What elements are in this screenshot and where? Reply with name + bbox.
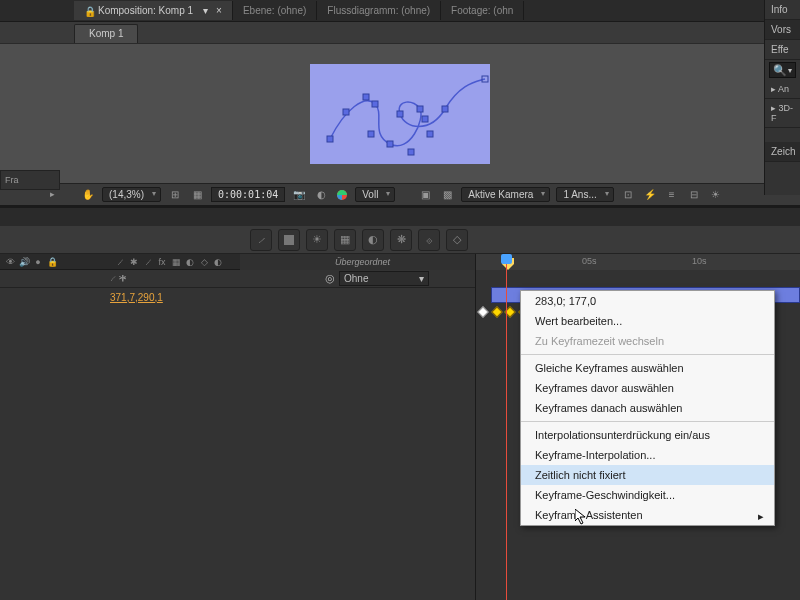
frame-blend-button[interactable]: ▦: [334, 229, 356, 251]
graph-button[interactable]: ⟐: [418, 229, 440, 251]
motion-path: [310, 64, 490, 164]
render-button[interactable]: [278, 229, 300, 251]
tab-flowchart[interactable]: Flussdiagramm: (ohne): [317, 1, 441, 20]
document-tabs: 🔒 Komposition: Komp 1 ▾ × Ebene: (ohne) …: [0, 0, 800, 22]
composition-viewer[interactable]: [0, 44, 800, 184]
audio-icon: 🔊: [18, 257, 30, 267]
menu-select-same[interactable]: Gleiche Keyframes auswählen: [521, 358, 774, 378]
sub-tab-comp[interactable]: Komp 1: [74, 24, 138, 43]
menu-select-before[interactable]: Keyframes davor auswählen: [521, 378, 774, 398]
comp-canvas: [310, 64, 490, 164]
menu-interp-toggle[interactable]: Interpolationsunterdrückung ein/aus: [521, 425, 774, 445]
menu-rove-across-time[interactable]: Zeitlich nicht fixiert: [521, 465, 774, 485]
menu-edit-value[interactable]: Wert bearbeiten...: [521, 311, 774, 331]
shy-button[interactable]: ⟋: [250, 229, 272, 251]
exposure-icon[interactable]: ☀: [708, 187, 724, 203]
menu-velocity[interactable]: Keyframe-Geschwindigkeit...: [521, 485, 774, 505]
resolution-icon[interactable]: ⊞: [167, 187, 183, 203]
svg-rect-4: [368, 131, 374, 137]
timeline-icon[interactable]: ≡: [664, 187, 680, 203]
svg-rect-3: [372, 101, 378, 107]
panel-anim-presets[interactable]: ▸ An: [765, 80, 800, 99]
panel-fragment: Fra ▸: [0, 170, 60, 190]
panel-draw[interactable]: Zeich: [765, 142, 800, 162]
region-icon[interactable]: ▣: [417, 187, 433, 203]
panel-effects[interactable]: Effe: [765, 40, 800, 60]
keyframe[interactable]: [491, 306, 502, 317]
collapse-button[interactable]: ☀: [306, 229, 328, 251]
svg-rect-5: [387, 141, 393, 147]
svg-marker-16: [284, 235, 294, 245]
hand-icon[interactable]: ✋: [80, 187, 96, 203]
svg-rect-1: [343, 109, 349, 115]
lock-icon: 🔒: [84, 6, 94, 16]
menu-assistants[interactable]: Keyframe-Assistenten▸: [521, 505, 774, 525]
blend-dropdown[interactable]: Voll: [355, 187, 395, 202]
comp-sub-tabs: Komp 1: [0, 22, 800, 44]
parent-column-header: Übergeordnet: [240, 257, 475, 267]
viewer-toolbar: ✋ (14,3%) ⊞ ▦ 0:00:01:04 📷 ◐ Voll ▣ ▩ Ak…: [0, 184, 800, 206]
views-dropdown[interactable]: 1 Ans...: [556, 187, 613, 202]
mouse-cursor-icon: [575, 509, 591, 528]
timeline-ruler-row: 👁 🔊 ● 🔒 ⟋✱⟋fx▦◐◇◐ Übergeordnet 05s 10s: [0, 254, 800, 270]
svg-rect-0: [327, 136, 333, 142]
layer-switches-header: ⟋✱⟋fx▦◐◇◐: [110, 254, 240, 270]
play-icon[interactable]: ▸: [50, 189, 55, 199]
solo-icon: ●: [32, 257, 44, 267]
panel-preview[interactable]: Vors: [765, 20, 800, 40]
playhead[interactable]: [506, 254, 507, 600]
keyframe-context-menu: 283,0; 177,0 Wert bearbeiten... Zu Keyfr…: [520, 290, 775, 526]
camera-dropdown[interactable]: Aktive Kamera: [461, 187, 550, 202]
search-icon: 🔍: [773, 64, 787, 77]
video-icon: 👁: [4, 257, 16, 267]
submenu-arrow-icon: ▸: [758, 510, 764, 523]
tab-label: Komposition: Komp 1: [98, 5, 193, 16]
auto-keyframe-button[interactable]: ◇: [446, 229, 468, 251]
zoom-dropdown[interactable]: (14,3%): [102, 187, 161, 202]
menu-value-display: 283,0; 177,0: [521, 291, 774, 311]
show-channel-icon[interactable]: ◐: [313, 187, 329, 203]
flowchart-icon[interactable]: ⊟: [686, 187, 702, 203]
position-value[interactable]: 371,7,290,1: [110, 292, 163, 303]
fast-preview-icon[interactable]: ⚡: [642, 187, 658, 203]
right-panel-stack: Info Vors Effe 🔍▾ ▸ An ▸ 3D-F Zeich: [764, 0, 800, 195]
panel-info[interactable]: Info: [765, 0, 800, 20]
menu-goto-time: Zu Keyframezeit wechseln: [521, 331, 774, 351]
timeline-toolbar: ⟋ ☀ ▦ ◐ ❋ ⟐ ◇: [0, 226, 800, 254]
color-wheel-icon[interactable]: [335, 188, 349, 202]
menu-select-after[interactable]: Keyframes danach auswählen: [521, 398, 774, 418]
current-time[interactable]: 0:00:01:04: [211, 187, 285, 202]
svg-rect-9: [397, 111, 403, 117]
menu-interp[interactable]: Keyframe-Interpolation...: [521, 445, 774, 465]
search-input[interactable]: 🔍▾: [769, 62, 796, 78]
channel-icon[interactable]: ▦: [189, 187, 205, 203]
time-ruler[interactable]: 05s 10s: [475, 254, 800, 270]
svg-rect-8: [417, 106, 423, 112]
transparency-icon[interactable]: ▩: [439, 187, 455, 203]
pixel-aspect-icon[interactable]: ⊡: [620, 187, 636, 203]
svg-rect-6: [408, 149, 414, 155]
motion-blur-button[interactable]: ◐: [362, 229, 384, 251]
svg-rect-7: [422, 116, 428, 122]
brainstorm-button[interactable]: ❋: [390, 229, 412, 251]
svg-rect-2: [363, 94, 369, 100]
parent-dropdown[interactable]: Ohne▾: [339, 271, 429, 286]
svg-rect-11: [442, 106, 448, 112]
av-switches-header: 👁 🔊 ● 🔒: [0, 254, 110, 270]
parent-pickwhip-icon[interactable]: ◎: [325, 272, 335, 285]
lock-icon: 🔒: [46, 257, 58, 267]
tab-footage[interactable]: Footage: (ohn: [441, 1, 524, 20]
property-row-position: 371,7,290,1: [0, 288, 475, 306]
tab-layer[interactable]: Ebene: (ohne): [233, 1, 317, 20]
snapshot-icon[interactable]: 📷: [291, 187, 307, 203]
panel-3d[interactable]: ▸ 3D-F: [765, 99, 800, 128]
svg-rect-10: [427, 131, 433, 137]
tab-composition[interactable]: 🔒 Komposition: Komp 1 ▾ ×: [74, 1, 233, 20]
keyframe[interactable]: [477, 306, 488, 317]
